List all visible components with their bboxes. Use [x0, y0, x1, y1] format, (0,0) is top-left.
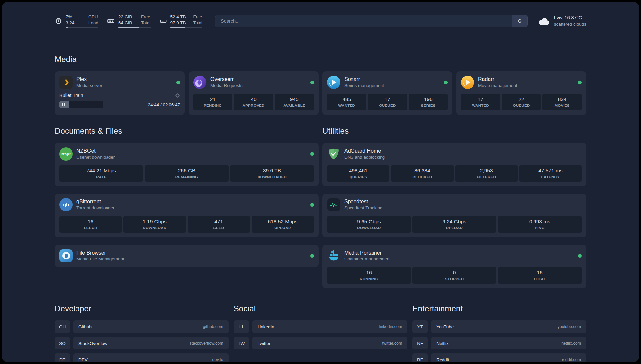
stat-value: 2,953 [457, 167, 516, 174]
service-card-qbittorrent[interactable]: qb qBittorrent Torrent downloader 16 LEE… [55, 194, 319, 237]
stat-value: 471 [189, 218, 249, 225]
service-card-portainer[interactable]: Media Portainer Container management 16 … [322, 245, 586, 288]
radarr-stats: 17 WANTED 22 QUEUED 834 MOVIES [461, 94, 582, 110]
service-subtitle: Speedtest Tracking [344, 205, 382, 211]
bookmark-twitter[interactable]: TW Twitter twitter.com [234, 337, 408, 349]
bookmark-domain: youtube.com [557, 324, 581, 329]
stat-value: 9.24 Gbps [414, 218, 495, 225]
search-provider-button[interactable]: G [512, 15, 527, 27]
bookmark-domain: netflix.com [561, 341, 581, 346]
sonarr-title-block: Sonarr Series management [344, 76, 384, 89]
bookmark-abbr[interactable]: RE [412, 353, 428, 362]
service-card-sonarr[interactable]: Sonarr Series management 485 WANTED 17 Q… [322, 71, 452, 115]
bookmark-pill[interactable]: Netflix netflix.com [431, 337, 586, 349]
bookmark-abbr[interactable]: DT [55, 353, 70, 362]
bookmark-pill[interactable]: YouTube youtube.com [431, 320, 586, 333]
bookmark-github[interactable]: GH Github github.com [55, 320, 229, 333]
stat-rate: 744.21 Mbps RATE [59, 165, 143, 182]
bookmark-abbr[interactable]: YT [412, 320, 428, 333]
bookmark-youtube[interactable]: YT YouTube youtube.com [412, 320, 586, 333]
service-subtitle: Media server [76, 83, 102, 89]
bookmark-abbr[interactable]: SO [55, 337, 70, 349]
cpu-load-label: Load [88, 20, 98, 26]
service-name: Radarr [478, 76, 517, 83]
stat-upload: 9.24 Gbps UPLOAD [412, 216, 496, 233]
stat-label: STOPPED [414, 276, 495, 282]
stat-label: QUEUED [503, 103, 540, 108]
service-name: File Browser [76, 250, 124, 256]
bookmark-abbr[interactable]: GH [55, 320, 70, 333]
stat-download: 1.19 Gbps DOWNLOAD [123, 216, 186, 233]
disk-free-value: 52.4 TB [170, 14, 188, 20]
service-card-nzbget[interactable]: nzbget NZBGet Usenet downloader 744.21 M… [55, 143, 319, 187]
bookmark-pill[interactable]: DEV dev.to [73, 353, 229, 362]
bookmark-abbr[interactable]: TW [234, 337, 249, 349]
service-name: Overseerr [210, 76, 243, 83]
stat-queries: 498,461 QUERIES [327, 165, 389, 182]
nzbget-icon-text: nzbget [61, 152, 70, 156]
qbittorrent-header: qb qBittorrent Torrent downloader [59, 198, 314, 211]
bookmark-name: Github [78, 324, 92, 329]
overseerr-header: Overseerr Media Requests [193, 76, 314, 89]
bookmark-netflix[interactable]: NF Netflix netflix.com [412, 337, 586, 349]
portainer-stats: 16 RUNNING 0 STOPPED 16 TOTAL [327, 267, 582, 284]
service-card-plex[interactable]: Plex Media server Bullet Train [55, 71, 185, 115]
bookmark-abbr[interactable]: NF [412, 337, 428, 349]
bookmark-abbr[interactable]: LI [234, 320, 249, 333]
search-input[interactable] [215, 15, 512, 27]
bookmark-domain: dev.to [212, 357, 223, 362]
bookmark-pill[interactable]: Twitter twitter.com [252, 337, 408, 349]
stat-value: 498,461 [328, 167, 388, 174]
plex-title-block: Plex Media server [76, 76, 102, 89]
topbar-divider [55, 36, 586, 36]
bookmark-stackoverflow[interactable]: SO StackOverflow stackoverflow.com [55, 337, 229, 349]
status-online-dot [176, 81, 180, 84]
section-title-media: Media [55, 55, 586, 64]
stat-label: DOWNLOAD [328, 225, 410, 231]
bookmark-pill[interactable]: Reddit reddit.com [431, 353, 586, 362]
stat-value: 47.571 ms [521, 167, 580, 174]
service-card-overseerr[interactable]: Overseerr Media Requests 21 PENDING 40 A… [189, 71, 319, 115]
stat-running: 16 RUNNING [327, 267, 411, 284]
bookmark-group-entertainment: Entertainment YT YouTube youtube.com NF … [412, 304, 586, 362]
cpu-usage-bar [66, 27, 98, 28]
playback-progress-bar[interactable] [59, 101, 103, 108]
stat-value: 1.19 Gbps [125, 218, 184, 225]
bookmark-pill[interactable]: Github github.com [73, 320, 229, 333]
bookmark-name: Reddit [436, 357, 449, 362]
bookmark-name: Twitter [258, 341, 271, 346]
memory-usage-bar [118, 27, 151, 28]
stat-approved: 40 APPROVED [234, 94, 273, 110]
bookmark-pill[interactable]: LinkedIn linkedin.com [252, 320, 408, 333]
service-name: Speedtest [344, 198, 382, 205]
memory-free-value: 22 GiB [118, 14, 136, 20]
stat-value: 17 [462, 96, 499, 103]
bookmark-pill[interactable]: StackOverflow stackoverflow.com [73, 337, 229, 349]
service-card-filebrowser[interactable]: File Browser Media File Management [55, 245, 319, 267]
stat-queued: 17 QUEUED [368, 94, 407, 110]
status-online-dot [578, 254, 582, 258]
bookmark-dev[interactable]: DT DEV dev.to [55, 353, 229, 362]
service-card-adguard[interactable]: AdGuard Home DNS and adblocking 498,461 … [322, 143, 586, 187]
screen: 7% 3.24 CPU Load [0, 0, 641, 364]
stat-value: 618.52 Mbps [253, 218, 313, 225]
bookmark-linkedin[interactable]: LI LinkedIn linkedin.com [234, 320, 408, 333]
gear-icon[interactable] [175, 93, 180, 98]
service-card-speedtest[interactable]: Speedtest Speedtest Tracking 9.65 Gbps D… [322, 194, 586, 237]
pause-icon[interactable] [62, 103, 65, 106]
memory-total-value: 64 GiB [118, 20, 136, 26]
service-card-radarr[interactable]: Radarr Movie management 17 WANTED 22 QUE… [456, 71, 586, 115]
portainer-header: Media Portainer Container management [327, 249, 582, 262]
bookmark-name: YouTube [436, 324, 454, 329]
stat-label: FILTERED [457, 174, 516, 180]
stat-label: QUERIES [328, 174, 388, 180]
section-utilities: Utilities AdGuard Home [322, 126, 586, 288]
qbittorrent-stats: 16 LEECH 1.19 Gbps DOWNLOAD 471 SEED 6 [59, 216, 314, 233]
stat-total: 16 TOTAL [498, 267, 582, 284]
nzbget-stats: 744.21 Mbps RATE 266 GB REMAINING 39.6 T… [59, 165, 314, 182]
stat-available: 945 AVAILABLE [275, 94, 314, 110]
bookmark-reddit[interactable]: RE Reddit reddit.com [412, 353, 586, 362]
service-subtitle: Media Requests [210, 83, 243, 89]
stat-label: RUNNING [328, 276, 410, 282]
stat-label: LEECH [61, 225, 120, 231]
